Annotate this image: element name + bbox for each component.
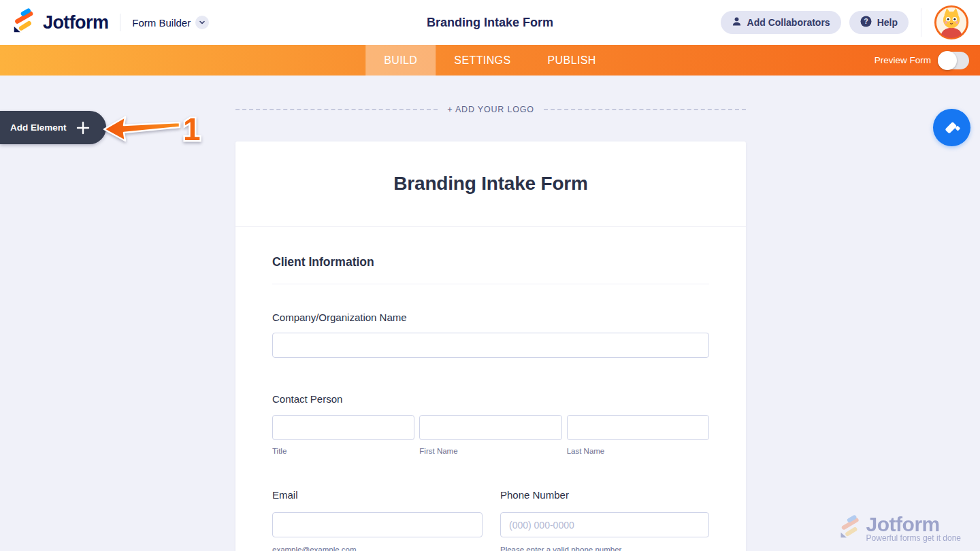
avatar[interactable] bbox=[934, 5, 969, 40]
form-title: Branding Intake Form bbox=[393, 173, 587, 195]
plus-icon bbox=[76, 120, 91, 135]
contact-title-input[interactable] bbox=[272, 415, 414, 440]
jotform-logo-icon bbox=[11, 8, 37, 37]
product-switcher[interactable]: Form Builder bbox=[132, 16, 209, 29]
jotform-logo[interactable]: Jotform bbox=[11, 8, 108, 37]
add-element-label: Add Element bbox=[10, 122, 67, 133]
question-icon: ? bbox=[860, 16, 872, 29]
preview-form-label: Preview Form bbox=[875, 55, 931, 65]
builder-nav: BUILD SETTINGS PUBLISH Preview Form bbox=[0, 45, 980, 76]
add-logo-label: + ADD YOUR LOGO bbox=[447, 105, 534, 114]
watermark-wordmark: Jotform bbox=[866, 514, 961, 535]
field-label: Email bbox=[272, 489, 483, 501]
help-button[interactable]: ? Help bbox=[849, 11, 909, 34]
email-input[interactable] bbox=[272, 512, 483, 537]
step-number: 1 bbox=[183, 112, 201, 147]
phone-input[interactable] bbox=[500, 512, 709, 537]
add-collaborators-button[interactable]: Add Collaborators bbox=[721, 11, 841, 34]
contact-first-name-input[interactable] bbox=[419, 415, 561, 440]
form-title-block[interactable]: Branding Intake Form bbox=[235, 141, 746, 227]
field-sublabel: example@example.com bbox=[272, 546, 483, 551]
section-divider bbox=[272, 284, 709, 284]
section-heading: Client Information bbox=[272, 254, 709, 269]
add-logo-strip[interactable]: + ADD YOUR LOGO bbox=[235, 105, 746, 114]
dashed-line bbox=[235, 109, 438, 110]
field-label: Phone Number bbox=[500, 489, 709, 501]
section-heading-block[interactable]: Client Information bbox=[272, 254, 709, 284]
field-phone[interactable]: Phone Number Please enter a valid phone … bbox=[500, 489, 709, 551]
jotform-wordmark: Jotform bbox=[43, 12, 108, 33]
tab-settings[interactable]: SETTINGS bbox=[436, 45, 529, 76]
form-card: Branding Intake Form Client Information … bbox=[235, 141, 746, 551]
dashed-line bbox=[544, 109, 746, 110]
field-label: Contact Person bbox=[272, 393, 709, 405]
field-email[interactable]: Email example@example.com bbox=[272, 489, 483, 551]
header-divider bbox=[120, 14, 120, 31]
svg-text:?: ? bbox=[864, 17, 868, 25]
header-divider bbox=[921, 8, 921, 37]
user-icon bbox=[732, 16, 742, 29]
field-contact-person[interactable]: Contact Person Title First Name Last Nam… bbox=[272, 393, 709, 455]
toggle-knob bbox=[938, 51, 957, 70]
preview-form-toggle[interactable] bbox=[938, 52, 969, 69]
tab-publish[interactable]: PUBLISH bbox=[529, 45, 615, 76]
company-name-input[interactable] bbox=[272, 333, 709, 358]
field-sublabel: Title bbox=[272, 447, 414, 455]
watermark-tagline: Powerful forms get it done bbox=[866, 533, 961, 543]
help-label: Help bbox=[877, 17, 898, 28]
field-sublabel: First Name bbox=[419, 447, 561, 455]
form-canvas: + ADD YOUR LOGO Add Element 1 Branding I… bbox=[0, 76, 980, 551]
tab-build[interactable]: BUILD bbox=[365, 45, 436, 76]
jotform-watermark: Jotform Powerful forms get it done bbox=[838, 514, 961, 543]
field-sublabel: Please enter a valid phone number bbox=[500, 546, 709, 551]
watermark-logo-icon bbox=[838, 515, 862, 542]
contact-last-name-input[interactable] bbox=[567, 415, 709, 440]
header-form-title: Branding Intake Form bbox=[427, 16, 553, 30]
form-designer-button[interactable] bbox=[933, 109, 970, 146]
paint-roller-icon bbox=[943, 118, 962, 137]
product-label: Form Builder bbox=[132, 17, 191, 29]
step-annotation-arrow: 1 bbox=[99, 109, 201, 147]
chevron-down-icon bbox=[195, 16, 209, 29]
app-header: Jotform Form Builder Branding Intake For… bbox=[0, 0, 980, 45]
field-company-name[interactable]: Company/Organization Name bbox=[272, 312, 709, 358]
add-element-button[interactable]: Add Element bbox=[0, 111, 106, 144]
field-sublabel: Last Name bbox=[567, 447, 709, 455]
add-collaborators-label: Add Collaborators bbox=[747, 17, 830, 28]
field-label: Company/Organization Name bbox=[272, 312, 709, 324]
nav-tabs: BUILD SETTINGS PUBLISH bbox=[365, 45, 615, 76]
